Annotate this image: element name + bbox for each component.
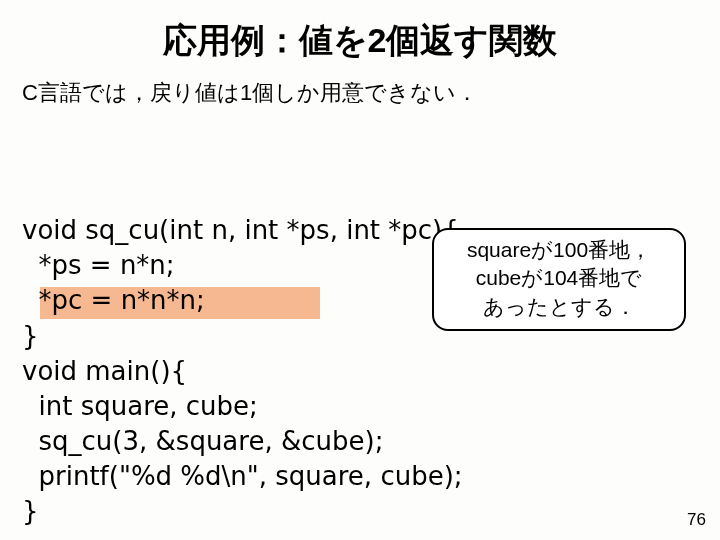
code-line-6: int square, cube; [22,391,258,421]
code-line-1: void sq_cu(int n, int *ps, int *pc){ [22,215,459,245]
code-line-9: } [22,496,39,526]
intro-text: C言語では，戻り値は1個しか用意できない． [0,70,720,108]
slide-title: 応用例：値を2個返す関数 [0,0,720,70]
code-line-2: *ps = n*n; [22,250,175,280]
callout-bubble: squareが100番地， cubeが104番地で あったとする． [432,228,686,331]
callout-line-3: あったとする． [440,293,678,321]
callout-line-1: squareが100番地， [440,236,678,264]
callout-line-2: cubeが104番地で [440,264,678,292]
code-line-3: *pc = n*n*n; [22,285,205,315]
code-line-7: sq_cu(3, &square, &cube); [22,426,383,456]
code-line-4: } [22,321,39,351]
code-line-5: void main(){ [22,356,187,386]
code-line-8: printf("%d %d\n", square, cube); [22,461,463,491]
slide: 応用例：値を2個返す関数 C言語では，戻り値は1個しか用意できない． void … [0,0,720,540]
